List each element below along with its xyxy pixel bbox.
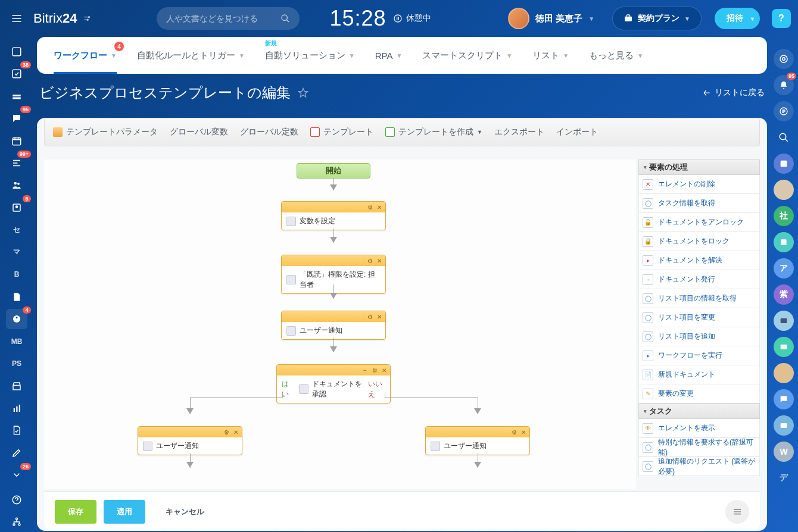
sidebar-item-docs[interactable] <box>6 287 27 306</box>
action-resolve-document[interactable]: ▸ドキュメントを解決 <box>638 251 760 270</box>
gear-icon[interactable]: ⚙ <box>371 367 378 374</box>
avatar-3[interactable] <box>774 337 794 357</box>
app-icon-1[interactable] <box>774 154 794 174</box>
avatar-w[interactable]: W <box>774 442 794 462</box>
apply-button[interactable]: 適用 <box>104 500 145 524</box>
avatar-6[interactable] <box>774 415 794 436</box>
avatar-sha[interactable]: 社 <box>774 206 794 226</box>
tb-global-vars[interactable]: グローバル変数 <box>170 127 228 137</box>
node-set-variable[interactable]: ⚙✕ 変数を設定 <box>281 201 386 230</box>
avatar-mu[interactable]: 紫 <box>774 284 794 305</box>
chevron-down-icon[interactable]: ▼ <box>588 15 594 22</box>
node-user-notify[interactable]: ⚙✕ ユーザー通知 <box>281 311 386 340</box>
tb-global-consts[interactable]: グローバル定数 <box>240 127 298 137</box>
menu-icon[interactable] <box>725 500 749 524</box>
tab-auto-solutions[interactable]: 新規自動ソリューション▼ <box>265 37 355 74</box>
sidebar-item-se[interactable]: セ <box>6 220 27 240</box>
action-get-list-item-info[interactable]: ◯リスト項目の情報を取得 <box>638 289 760 308</box>
action-run-workflow[interactable]: ▸ワークフローを実行 <box>638 346 760 365</box>
avatar[interactable] <box>508 8 529 29</box>
sidebar-item-tasks[interactable]: 38 <box>6 64 27 83</box>
actions-group-tasks[interactable]: タスク <box>638 403 760 419</box>
tab-lists[interactable]: リスト▼ <box>532 37 569 74</box>
sidebar-item-ma[interactable]: マ <box>6 242 27 262</box>
sidebar-sitemap-icon[interactable] <box>6 512 27 532</box>
gear-icon[interactable]: ⚙ <box>366 204 373 211</box>
sidebar-item-more[interactable]: 26 <box>6 465 27 485</box>
tab-rpa[interactable]: RPA▼ <box>375 37 403 74</box>
status-pill[interactable]: 休憩中 <box>393 13 431 24</box>
close-icon[interactable]: ✕ <box>232 428 239 436</box>
action-delete-element[interactable]: ✕エレメントの削除 <box>638 175 760 194</box>
close-icon[interactable]: ✕ <box>381 367 388 374</box>
gear-icon[interactable]: ⚙ <box>223 428 230 436</box>
action-modify-list-item[interactable]: ◯リスト項目を変更 <box>638 308 760 327</box>
sidebar-item-stats[interactable] <box>6 398 27 418</box>
gear-icon[interactable]: ⚙ <box>366 313 373 320</box>
close-icon[interactable]: ✕ <box>376 257 383 264</box>
star-icon[interactable] <box>298 87 308 98</box>
action-unlock-document[interactable]: 🔓ドキュメントをアンロック <box>638 213 760 232</box>
app-icon-2[interactable] <box>774 232 794 252</box>
minimize-icon[interactable]: − <box>361 367 369 374</box>
chat-icon[interactable] <box>774 101 794 121</box>
sidebar-item-b[interactable]: B <box>6 265 27 284</box>
settings-icon[interactable] <box>83 14 91 23</box>
menu-toggle[interactable] <box>7 9 26 28</box>
avatar-4[interactable] <box>774 363 794 383</box>
avatar-2[interactable] <box>774 311 794 331</box>
node-approve-document[interactable]: −⚙✕ はい ドキュメントを承認 いいえ <box>276 364 391 403</box>
help-button[interactable]: ? <box>772 9 791 28</box>
node-start[interactable]: 開始 <box>297 163 370 179</box>
logo[interactable]: Bitrix24 <box>33 11 91 26</box>
sidebar-item-mb[interactable]: MB <box>6 331 27 351</box>
tab-smart-scripts[interactable]: スマートスクリプト▼ <box>422 37 512 74</box>
sidebar-item-people[interactable] <box>6 176 27 195</box>
back-link[interactable]: リストに戻る <box>703 87 765 98</box>
action-publish-document[interactable]: →ドキュメント発行 <box>638 270 760 289</box>
sidebar-item-feed2[interactable]: 99+ <box>6 153 27 173</box>
avatar-de[interactable]: デ <box>774 468 794 488</box>
tb-template-params[interactable]: テンプレートパラメータ <box>53 127 158 137</box>
plan-button[interactable]: 契約プラン ▼ <box>612 7 702 30</box>
action-modify-element[interactable]: ✎要素の変更 <box>638 384 760 403</box>
tb-template[interactable]: テンプレート <box>310 127 373 137</box>
close-icon[interactable]: ✕ <box>376 313 383 320</box>
sidebar-item-ps[interactable]: PS <box>6 353 27 373</box>
sidebar-item-chat[interactable]: 95 <box>6 108 27 128</box>
username[interactable]: 徳田 美恵子 <box>535 13 582 24</box>
action-add-list-item[interactable]: ◯リスト項目を追加 <box>638 327 760 346</box>
action-show-element[interactable]: 👁エレメントを表示 <box>638 419 760 438</box>
save-button[interactable]: 保存 <box>55 500 96 524</box>
tab-more[interactable]: もっと見る▼ <box>589 37 643 74</box>
avatar-5[interactable] <box>774 389 794 409</box>
sidebar-help-icon[interactable] <box>6 490 27 509</box>
action-get-task-info[interactable]: ◯タスク情報を取得 <box>638 194 760 213</box>
sidebar-item-market[interactable] <box>6 376 27 396</box>
node-user-notify-no[interactable]: ⚙✕ ユーザー通知 <box>425 426 530 455</box>
node-user-notify-yes[interactable]: ⚙✕ ユーザー通知 <box>138 426 242 455</box>
actions-group-element-processing[interactable]: 要素の処理 <box>638 159 760 175</box>
gear-icon[interactable]: ⚙ <box>366 257 373 264</box>
sidebar-item-pen[interactable] <box>6 443 27 462</box>
tb-import[interactable]: インポート <box>556 127 598 137</box>
search-icon[interactable] <box>778 132 789 143</box>
sidebar-item-sign[interactable] <box>6 421 27 440</box>
sidebar-item-contacts[interactable]: 6 <box>6 198 27 217</box>
bell-icon[interactable]: 95 <box>774 75 794 95</box>
action-lock-document[interactable]: 🔒ドキュメントをロック <box>638 232 760 251</box>
close-icon[interactable]: ✕ <box>376 204 383 211</box>
sidebar-item-feed[interactable] <box>6 42 27 61</box>
tab-workflow[interactable]: ワークフロー▼4 <box>54 37 117 74</box>
search-icon[interactable] <box>280 14 290 23</box>
tb-create-template[interactable]: テンプレートを作成▼ <box>385 127 482 137</box>
action-new-document[interactable]: 📄新規ドキュメント <box>638 365 760 384</box>
sidebar-item-crm[interactable] <box>6 86 27 106</box>
sidebar-item-calendar[interactable] <box>6 131 27 151</box>
copilot-icon[interactable] <box>774 49 794 69</box>
search-input[interactable] <box>166 14 280 23</box>
cancel-button[interactable]: キャンセル <box>152 500 217 524</box>
action-request-additional-info[interactable]: ◯追加情報のリクエスト (返答が必要) <box>638 457 760 476</box>
invite-button[interactable]: 招待 <box>715 8 760 29</box>
sidebar-item-automation[interactable]: 4 <box>6 309 27 328</box>
